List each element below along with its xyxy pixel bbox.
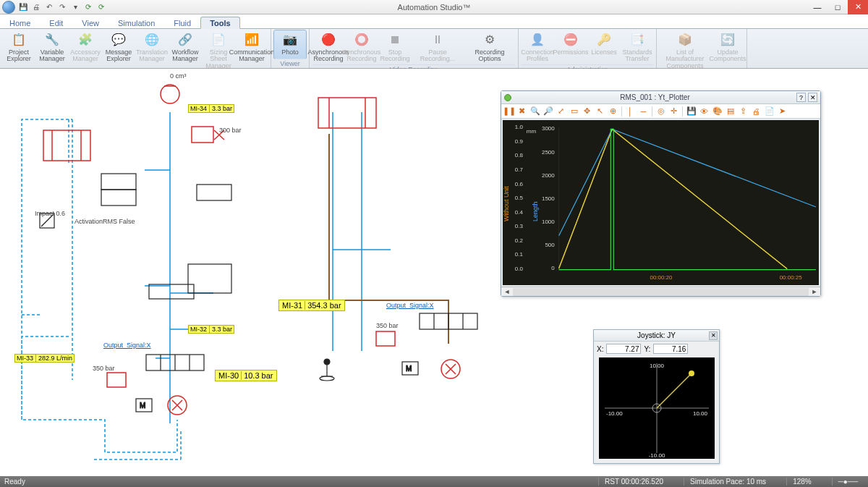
output-signal-link-1[interactable]: Output_Signal:X: [103, 342, 151, 349]
message-explorer-button[interactable]: 💬Message Explorer: [103, 30, 135, 71]
sync-recording-button[interactable]: ⭕Synchronous Recording: [346, 30, 378, 64]
output-signal-link-2[interactable]: Output_Signal:X: [386, 302, 434, 309]
svg-text:500: 500: [545, 242, 555, 248]
app-title: Automation Studio™: [398, 3, 471, 12]
plotter-pause-icon[interactable]: ❚❚: [503, 105, 515, 117]
stop-recording-button-label: Stop Recording: [380, 49, 410, 63]
plotter-layers-icon[interactable]: ▤: [724, 105, 736, 117]
plotter-title: RMS_001 : Yt_Plotter: [516, 93, 794, 101]
title-bar: 💾 🖨 ↶ ↷ ▾ ⟳ ⟳ Automation Studio™ — □ ✕: [0, 0, 868, 14]
ribbon-group-administration: 👤Connection Profiles⛔Permissions🔑License…: [519, 29, 657, 68]
plotter-zoomin-icon[interactable]: 🔍: [529, 105, 541, 117]
plotter-doc-icon[interactable]: 📄: [763, 105, 775, 117]
communication-manager-button[interactable]: 📶Communication Manager: [236, 30, 268, 71]
connection-profiles-button[interactable]: 👤Connection Profiles: [522, 30, 553, 64]
project-explorer-button[interactable]: 📋Project Explorer: [3, 30, 35, 71]
photo-button[interactable]: 📷Photo: [274, 30, 306, 59]
workspace[interactable]: M M 0 cm³ 300 bar Impact 0.6 ActivationR…: [0, 69, 868, 476]
joystick-header[interactable]: Joystick: JY ✕: [594, 330, 719, 342]
accessory-manager-button-icon: 🧩: [77, 32, 93, 48]
tab-edit[interactable]: Edit: [40, 17, 72, 28]
tab-simulation[interactable]: Simulation: [109, 17, 164, 28]
scroll-track[interactable]: [513, 288, 809, 296]
qat-dropdown-icon[interactable]: ▾: [69, 1, 81, 13]
svg-rect-8: [101, 174, 136, 190]
variable-manager-button[interactable]: 🔧Variable Manager: [36, 30, 68, 71]
plotter-target-icon[interactable]: ◎: [655, 105, 667, 117]
plotter-help-button[interactable]: ?: [796, 93, 806, 102]
photo-button-icon: 📷: [282, 32, 298, 48]
plotter-export-icon[interactable]: ⇪: [737, 105, 749, 117]
close-button[interactable]: ✕: [848, 0, 868, 14]
joystick-close-button[interactable]: ✕: [709, 331, 718, 340]
licenses-button[interactable]: 🔑Licenses: [588, 30, 620, 64]
maximize-button[interactable]: □: [827, 0, 848, 14]
recording-options-button[interactable]: ⚙Recording Options: [464, 30, 515, 64]
qat-refresh2-icon[interactable]: ⟳: [95, 1, 107, 13]
plotter-arrow-icon[interactable]: ➤: [776, 105, 788, 117]
qat-redo-icon[interactable]: ↷: [56, 1, 68, 13]
plotter-zoomreset-icon[interactable]: ⤢: [555, 105, 567, 117]
plotter-window[interactable]: RMS_001 : Yt_Plotter ? ✕ ❚❚✖🔍🔎⤢▭✥↖⊕│─◎✛💾…: [501, 90, 821, 297]
plotter-clear-icon[interactable]: ✖: [516, 105, 528, 117]
tab-tools[interactable]: Tools: [200, 17, 240, 29]
hydraulic-diagram[interactable]: M M: [0, 69, 506, 474]
joystick-canvas[interactable]: 10.00 -10.00 10.00 -10.00: [599, 357, 715, 459]
qat-refresh-icon[interactable]: ⟳: [82, 1, 94, 13]
plotter-header[interactable]: RMS_001 : Yt_Plotter ? ✕: [501, 91, 820, 104]
pause-recording-button-label: Pause Recording...: [413, 49, 462, 63]
plotter-cursor-icon[interactable]: ↖: [594, 105, 606, 117]
plotter-eye-icon[interactable]: 👁: [698, 105, 710, 117]
tab-home[interactable]: Home: [0, 17, 40, 28]
plotter-print-icon[interactable]: 🖨: [750, 105, 762, 117]
workflow-manager-button[interactable]: 🔗Workflow Manager: [169, 30, 201, 71]
svg-text:2500: 2500: [542, 149, 555, 156]
stop-recording-button[interactable]: ⏹Stop Recording: [379, 30, 411, 64]
svg-text:10.00: 10.00: [692, 410, 707, 417]
qat-print-icon[interactable]: 🖨: [30, 1, 42, 13]
tab-fluid[interactable]: Fluid: [164, 17, 200, 28]
pause-recording-button[interactable]: ⏸Pause Recording...: [412, 30, 463, 64]
activation-label: ActivationRMS False: [75, 218, 135, 225]
async-recording-button[interactable]: 🔴Asynchronous Recording: [312, 30, 344, 64]
tab-view[interactable]: View: [72, 17, 109, 28]
project-explorer-button-label: Project Explorer: [4, 49, 34, 63]
minimize-button[interactable]: —: [807, 0, 827, 14]
svg-text:M: M: [406, 365, 412, 373]
workflow-manager-button-label: Workflow Manager: [170, 49, 200, 63]
svg-rect-0: [43, 130, 90, 161]
plotter-chart[interactable]: 1.00.90.80.70.60.50.40.30.20.10.0 300025…: [503, 120, 819, 285]
recording-options-button-icon: ⚙: [482, 32, 498, 48]
svg-rect-6: [107, 373, 126, 387]
quick-access-toolbar: 💾 🖨 ↶ ↷ ▾ ⟳ ⟳: [17, 1, 107, 13]
permissions-button[interactable]: ⛔Permissions: [555, 30, 587, 64]
plotter-scrollbar[interactable]: ◄ ►: [501, 287, 820, 296]
communication-manager-button-label: Communication Manager: [229, 49, 275, 63]
qat-undo-icon[interactable]: ↶: [43, 1, 55, 13]
svg-text:1000: 1000: [542, 219, 555, 225]
plotter-hline-icon[interactable]: ─: [637, 105, 650, 117]
plotter-vline-icon[interactable]: │: [624, 105, 637, 117]
joystick-x-input[interactable]: [606, 344, 641, 354]
qat-save-icon[interactable]: 💾: [17, 1, 29, 13]
impact-label: Impact 0.6: [35, 210, 65, 217]
joystick-panel[interactable]: Joystick: JY ✕ X: Y: 10.00 -10.00 10.00 …: [593, 329, 720, 464]
zoom-slider[interactable]: ─●──: [832, 478, 864, 486]
status-ready: Ready: [4, 478, 25, 486]
plotter-pan-icon[interactable]: ✥: [581, 105, 593, 117]
project-explorer-button-icon: 📋: [11, 32, 27, 48]
standards-transfer-button[interactable]: 📑Standards Transfer: [621, 30, 653, 64]
scroll-left-button[interactable]: ◄: [501, 288, 513, 295]
accessory-manager-button[interactable]: 🧩Accessory Manager: [69, 30, 101, 71]
plotter-palette-icon[interactable]: 🎨: [711, 105, 723, 117]
plotter-marker-icon[interactable]: ⊕: [607, 105, 619, 117]
plotter-close-button[interactable]: ✕: [808, 93, 817, 102]
scroll-right-button[interactable]: ►: [809, 288, 820, 295]
plotter-zoomout-icon[interactable]: 🔎: [542, 105, 554, 117]
translation-manager-button[interactable]: 🌐Translation Manager: [136, 30, 168, 71]
joystick-y-input[interactable]: [653, 344, 688, 354]
plotter-crosshair-icon[interactable]: ✛: [668, 105, 680, 117]
meas-MI33: MI-33282.9 L/min: [14, 354, 75, 363]
plotter-zoomarea-icon[interactable]: ▭: [568, 105, 580, 117]
plotter-save-icon[interactable]: 💾: [685, 105, 697, 117]
